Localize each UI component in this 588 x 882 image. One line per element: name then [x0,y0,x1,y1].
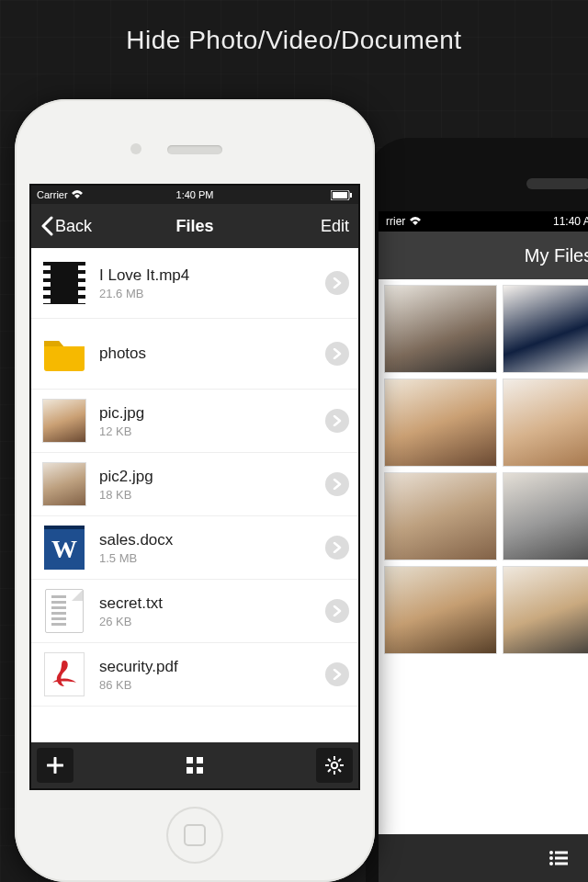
grid-thumb[interactable] [503,379,588,467]
svg-rect-9 [187,757,193,763]
grid-thumb[interactable] [503,285,588,373]
phone-back: rrier 11:40 AM My Files [366,138,588,882]
edit-button[interactable]: Edit [321,217,349,236]
svg-line-20 [328,769,331,772]
chevron-right-icon[interactable] [325,599,349,623]
svg-rect-3 [555,857,568,860]
svg-line-19 [338,769,341,772]
status-bar: Carrier 1:40 PM [31,186,358,204]
file-name: pic2.jpg [99,468,312,486]
file-size: 18 KB [99,488,312,502]
home-button[interactable] [166,807,223,864]
file-size: 86 KB [99,678,312,692]
svg-rect-7 [333,192,347,198]
grid-thumb[interactable] [503,566,588,654]
image-icon [42,399,86,443]
svg-line-18 [328,759,331,762]
list-item[interactable]: W sales.docx 1.5 MB [31,516,358,580]
file-size: 1.5 MB [99,551,312,565]
file-size: 26 KB [99,615,312,628]
phone-front: Carrier 1:40 PM Back Files Edit I [15,99,375,882]
svg-point-4 [549,862,553,865]
grid-thumb[interactable] [503,472,588,560]
grid-thumb[interactable] [384,285,497,373]
page-title: Files [175,217,213,236]
chevron-right-icon[interactable] [325,342,349,366]
text-file-icon [42,589,86,633]
chevron-right-icon[interactable] [325,472,349,496]
list-item[interactable]: pic2.jpg 18 KB [31,453,358,516]
chevron-right-icon[interactable] [325,536,349,560]
bottom-toolbar [31,742,358,788]
carrier-label: rrier [386,215,422,228]
word-doc-icon: W [42,526,86,570]
file-name: photos [99,345,312,363]
pdf-icon [42,652,86,696]
grid-view-button[interactable] [176,748,213,783]
status-bar: rrier 11:40 AM [379,211,588,232]
add-button[interactable] [37,748,74,783]
speaker [167,145,222,154]
nav-bar: Back Files Edit [31,204,358,248]
page-title: My Files [525,245,588,266]
svg-point-13 [332,763,337,768]
list-view-button[interactable] [540,841,577,876]
svg-rect-12 [197,767,203,774]
settings-button[interactable] [316,748,353,783]
list-item[interactable]: pic.jpg 12 KB [31,390,358,453]
svg-rect-10 [197,757,203,763]
folder-icon [42,332,86,376]
nav-bar: My Files [379,232,588,279]
list-item[interactable]: security.pdf 86 KB [31,643,358,707]
grid-thumb[interactable] [384,472,497,560]
battery-icon [331,190,353,200]
back-button[interactable]: Back [40,216,92,236]
file-name: security.pdf [99,658,312,676]
front-camera [130,143,141,154]
svg-rect-8 [350,193,352,198]
file-name: sales.docx [99,531,312,549]
chevron-right-icon[interactable] [325,662,349,686]
grid-thumb[interactable] [384,566,497,654]
svg-point-0 [549,851,553,854]
chevron-right-icon[interactable] [325,271,349,295]
file-list[interactable]: I Love It.mp4 21.6 MB photos [31,248,358,742]
back-label: Back [55,217,92,236]
bottom-toolbar [379,834,588,882]
list-item[interactable]: I Love It.mp4 21.6 MB [31,248,358,319]
file-size: 12 KB [99,424,312,438]
list-item[interactable]: photos [31,319,358,390]
svg-rect-11 [187,767,193,774]
svg-rect-1 [555,852,568,854]
clock: 11:40 AM [553,215,588,228]
svg-line-21 [338,759,341,762]
video-icon [42,261,86,305]
svg-rect-5 [555,863,568,865]
photo-grid[interactable] [379,279,588,834]
promo-headline: Hide Photo/Video/Document [0,0,588,55]
list-item[interactable]: secret.txt 26 KB [31,580,358,643]
file-name: secret.txt [99,594,312,613]
speaker [526,178,588,189]
grid-thumb[interactable] [384,379,497,467]
file-size: 21.6 MB [99,287,312,300]
image-icon [42,462,86,506]
svg-point-2 [549,856,553,860]
chevron-right-icon[interactable] [325,409,349,433]
file-name: pic.jpg [99,404,312,423]
carrier-label: Carrier [37,189,84,200]
file-name: I Love It.mp4 [99,266,312,285]
clock: 1:40 PM [176,189,214,200]
